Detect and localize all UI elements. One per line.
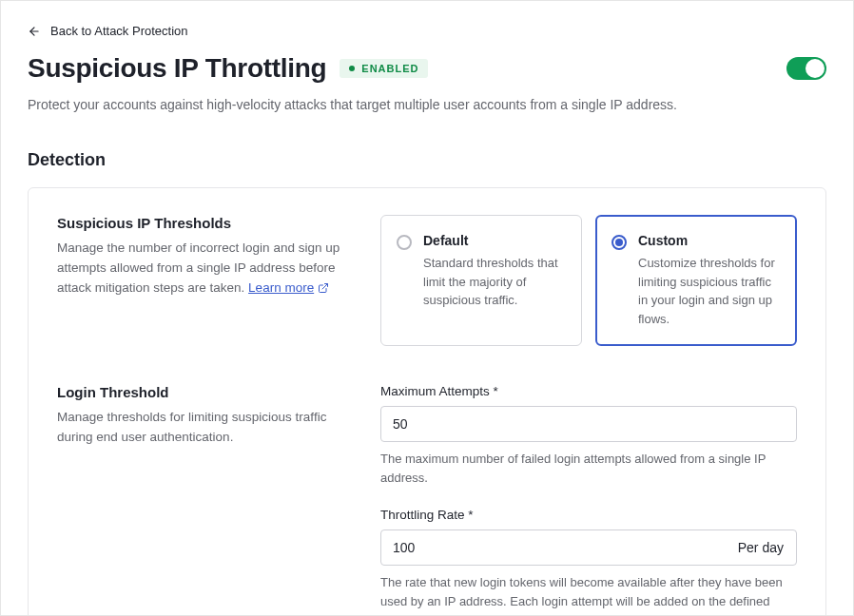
- svg-line-1: [322, 284, 328, 290]
- throttling-rate-help: The rate that new login tokens will beco…: [380, 573, 797, 616]
- toggle-knob: [805, 59, 825, 78]
- external-link-icon: [318, 282, 329, 294]
- throttling-rate-input[interactable]: [380, 529, 797, 566]
- back-link-label: Back to Attack Protection: [50, 24, 188, 38]
- threshold-option-custom[interactable]: Custom Customize thresholds for limiting…: [595, 215, 797, 346]
- max-attempts-label: Maximum Attempts *: [380, 384, 797, 398]
- back-link[interactable]: Back to Attack Protection: [28, 24, 188, 38]
- status-dot-icon: [349, 66, 355, 71]
- learn-more-label: Learn more: [248, 279, 314, 298]
- login-threshold-desc: Manage thresholds for limiting suspiciou…: [57, 408, 342, 448]
- option-desc: Standard thresholds that limit the major…: [423, 254, 566, 310]
- page-title: Suspicious IP Throttling: [28, 53, 326, 84]
- enable-toggle[interactable]: [786, 57, 826, 80]
- max-attempts-help: The maximum number of failed login attem…: [380, 450, 797, 487]
- radio-icon: [611, 235, 627, 250]
- throttling-rate-label: Throttling Rate *: [380, 508, 797, 522]
- option-title: Custom: [638, 233, 781, 248]
- threshold-option-default[interactable]: Default Standard thresholds that limit t…: [380, 215, 582, 346]
- option-desc: Customize thresholds for limiting suspic…: [638, 254, 781, 328]
- status-badge: ENABLED: [340, 59, 428, 78]
- page-subtitle: Protect your accounts against high-veloc…: [28, 97, 826, 112]
- thresholds-desc: Manage the number of incorrect login and…: [57, 239, 342, 298]
- section-title: Detection: [28, 150, 826, 170]
- detection-card: Suspicious IP Thresholds Manage the numb…: [28, 187, 826, 616]
- learn-more-link[interactable]: Learn more: [248, 279, 329, 298]
- option-title: Default: [423, 233, 566, 248]
- max-attempts-input[interactable]: [380, 406, 797, 442]
- arrow-left-icon: [28, 25, 41, 38]
- status-badge-label: ENABLED: [361, 63, 418, 74]
- radio-icon: [397, 235, 412, 250]
- thresholds-heading: Suspicious IP Thresholds: [57, 215, 342, 231]
- login-threshold-heading: Login Threshold: [57, 384, 342, 400]
